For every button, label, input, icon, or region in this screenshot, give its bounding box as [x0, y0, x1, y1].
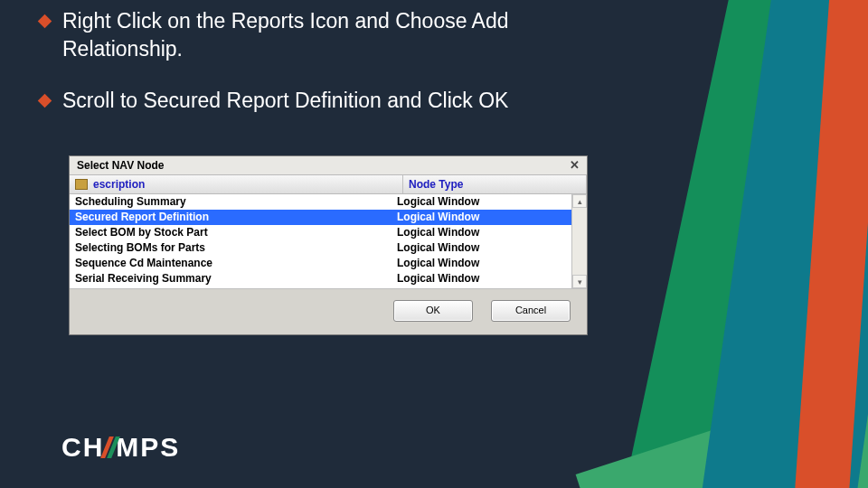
cell-description: Select BOM by Stock Part: [70, 225, 392, 240]
table-row[interactable]: Serial Receiving Summary Logical Window: [70, 271, 587, 286]
cell-description: Secured Report Definition: [70, 210, 392, 225]
column-icon: [75, 179, 88, 190]
column-header-label: escription: [93, 178, 145, 191]
cell-node-type: Logical Window: [392, 271, 572, 286]
grid-header: escription Node Type: [70, 174, 587, 194]
cell-node-type: Logical Window: [392, 210, 572, 225]
table-row[interactable]: Scheduling Summary Logical Window: [70, 194, 587, 210]
scroll-down-icon[interactable]: ▾: [572, 275, 587, 288]
dialog-button-row: OK Cancel: [70, 288, 587, 334]
dialog-titlebar[interactable]: Select NAV Node ✕: [70, 156, 587, 174]
bullet-text: Right Click on the Reports Icon and Choo…: [62, 7, 633, 63]
bullet-text: Scroll to Secured Report Definition and …: [62, 87, 508, 115]
slide: Right Click on the Reports Icon and Choo…: [0, 0, 868, 488]
column-header-node-type[interactable]: Node Type: [403, 175, 587, 193]
vertical-scrollbar[interactable]: ▴ ▾: [571, 194, 587, 288]
bullet-icon: [38, 14, 52, 29]
bullet-item: Right Click on the Reports Icon and Choo…: [40, 7, 633, 63]
cell-description: Scheduling Summary: [70, 194, 392, 210]
logo-slash-icon: [102, 436, 118, 458]
table-row[interactable]: Select BOM by Stock Part Logical Window: [70, 225, 587, 240]
bullet-item: Scroll to Secured Report Definition and …: [40, 87, 633, 115]
grid-body: Scheduling Summary Logical Window Secure…: [70, 194, 587, 288]
cell-node-type: Logical Window: [392, 194, 572, 210]
table-row[interactable]: Sequence Cd Maintenance Logical Window: [70, 256, 587, 271]
column-header-description[interactable]: escription: [70, 175, 403, 193]
ok-button[interactable]: OK: [393, 300, 473, 322]
bullet-icon: [38, 94, 52, 108]
cell-node-type: Logical Window: [392, 225, 572, 240]
table-row[interactable]: Selecting BOMs for Parts Logical Window: [70, 240, 587, 256]
dialog-title-text: Select NAV Node: [77, 159, 164, 172]
slide-body: Right Click on the Reports Icon and Choo…: [40, 5, 633, 138]
cell-description: Serial Receiving Summary: [70, 271, 392, 286]
scroll-up-icon[interactable]: ▴: [572, 194, 587, 208]
logo-text-left: CH: [61, 432, 104, 463]
cell-node-type: Logical Window: [392, 240, 572, 256]
cell-description: Sequence Cd Maintenance: [70, 256, 392, 271]
cell-description: Selecting BOMs for Parts: [70, 240, 392, 256]
champs-logo: CH MPS: [61, 432, 180, 463]
close-icon[interactable]: ✕: [567, 159, 581, 172]
table-row-selected[interactable]: Secured Report Definition Logical Window: [70, 210, 587, 225]
cancel-button[interactable]: Cancel: [491, 300, 571, 322]
logo-text-right: MPS: [116, 432, 180, 463]
cell-node-type: Logical Window: [392, 256, 572, 271]
select-nav-node-dialog: Select NAV Node ✕ escription Node Type S…: [69, 155, 588, 335]
